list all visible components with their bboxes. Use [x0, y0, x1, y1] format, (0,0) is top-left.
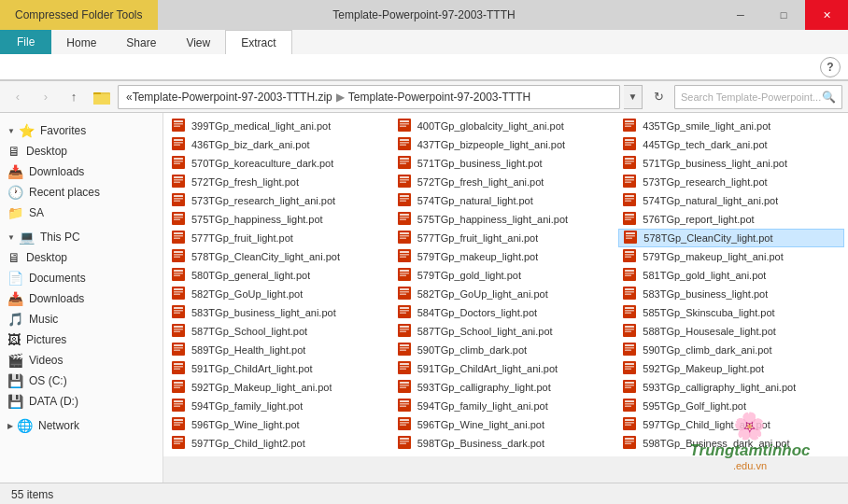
file-item[interactable]: 574TGp_natural_light_ani.pot	[618, 191, 844, 210]
svg-rect-41	[174, 179, 183, 181]
file-item[interactable]: 570TGp_koreaculture_dark.pot	[167, 154, 393, 173]
file-item[interactable]: 437TGp_bizpeople_light_ani.pot	[393, 135, 619, 154]
file-item[interactable]: 399TGp_medical_light_ani.pot	[167, 117, 393, 135]
sidebar-item-pictures[interactable]: 🖼 Pictures	[0, 329, 163, 350]
sidebar-item-music[interactable]: 🎵 Music	[0, 309, 163, 329]
file-item[interactable]: 582TGp_GoUp_light.pot	[167, 285, 393, 303]
sidebar-item-downloads[interactable]: 📥 Downloads	[0, 288, 163, 309]
sidebar-item-sa[interactable]: 📁 SA	[0, 203, 163, 223]
file-item[interactable]: 593TGp_calligraphy_light.pot	[393, 378, 619, 397]
tab-extract[interactable]: Extract	[225, 30, 291, 54]
file-item[interactable]: 584TGp_Doctors_light.pot	[393, 303, 619, 322]
file-name: 591TGp_ChildArt_light.pot	[191, 363, 313, 374]
file-item[interactable]: 578TGp_CleanCity_light_ani.pot	[167, 247, 393, 266]
this-pc-header[interactable]: ▼ 💻 This PC	[0, 227, 163, 247]
file-item[interactable]: 598TGp_Business_dark.pot	[393, 434, 619, 453]
file-item[interactable]: 574TGp_natural_light.pot	[393, 191, 619, 210]
svg-rect-52	[174, 195, 183, 197]
file-item[interactable]: 587TGp_School_light_ani.pot	[393, 322, 619, 341]
svg-rect-121	[625, 291, 634, 293]
svg-rect-69	[400, 217, 409, 218]
sidebar-item-desktop-fav[interactable]: 🖥 Desktop	[0, 141, 163, 161]
file-item[interactable]: 577TGp_fruit_light.pot	[167, 229, 393, 247]
file-item[interactable]: 573TGp_research_light.pot	[618, 173, 844, 191]
file-item[interactable]: 578TGp_CleanCity_light.pot	[618, 229, 844, 247]
file-item[interactable]: 596TGp_Wine_light_ani.pot	[393, 415, 619, 434]
file-item[interactable]: 572TGp_fresh_light.pot	[167, 173, 393, 191]
file-item[interactable]: 583TGp_business_light_ani.pot	[167, 303, 393, 322]
minimize-button[interactable]: ─	[719, 0, 762, 30]
file-name: 575TGp_happiness_light_ani.pot	[417, 214, 568, 225]
up-button[interactable]: ↑	[62, 85, 86, 109]
file-item[interactable]: 594TGp_family_light.pot	[167, 397, 393, 415]
file-item[interactable]: 592TGp_Makeup_light_ani.pot	[167, 378, 393, 397]
file-item[interactable]: 594TGp_family_light_ani.pot	[393, 397, 619, 415]
file-item[interactable]: 579TGp_gold_light.pot	[393, 266, 619, 285]
file-item[interactable]: 598TGp_Business_dark_ani.pot	[618, 434, 844, 453]
file-item[interactable]: 588TGp_Housesale_light.pot	[618, 322, 844, 341]
sidebar-item-downloads-fav[interactable]: 📥 Downloads	[0, 161, 163, 182]
file-item[interactable]: 587TGp_School_light.pot	[167, 322, 393, 341]
tab-file[interactable]: File	[0, 30, 51, 54]
file-item[interactable]: 572TGp_fresh_light_ani.pot	[393, 173, 619, 191]
file-item[interactable]: 590TGp_climb_dark.pot	[393, 341, 619, 359]
favorites-header[interactable]: ▼ ⭐ Favorites	[0, 120, 163, 141]
svg-rect-82	[400, 238, 406, 240]
svg-rect-138	[174, 331, 180, 333]
back-button[interactable]: ‹	[6, 85, 30, 109]
address-dropdown[interactable]: ▼	[624, 85, 643, 109]
file-item[interactable]: 595TGp_Golf_light.pot	[618, 397, 844, 415]
close-button[interactable]: ✕	[805, 0, 848, 30]
file-item[interactable]: 579TGp_makeup_light_ani.pot	[618, 247, 844, 266]
file-item[interactable]: 591TGp_ChildArt_light.pot	[167, 359, 393, 378]
search-box[interactable]: Search Template-Powerpoint... 🔍	[674, 85, 842, 109]
this-pc-triangle: ▼	[7, 233, 15, 242]
file-item[interactable]: 597TGp_Child_light2.pot	[167, 434, 393, 453]
file-item[interactable]: 593TGp_calligraphy_light_ani.pot	[618, 378, 844, 397]
file-item[interactable]: 576TGp_report_light.pot	[618, 210, 844, 229]
file-item[interactable]: 583TGp_business_light.pot	[618, 285, 844, 303]
file-item[interactable]: 575TGp_happiness_light_ani.pot	[393, 210, 619, 229]
file-item[interactable]: 573TGp_research_light_ani.pot	[167, 191, 393, 210]
file-name: 573TGp_research_light_ani.pot	[191, 195, 335, 206]
sidebar-item-c-drive[interactable]: 💾 OS (C:)	[0, 371, 163, 391]
svg-rect-81	[400, 235, 409, 237]
network-header[interactable]: ▶ 🌐 Network	[0, 415, 163, 436]
help-button[interactable]: ?	[820, 57, 841, 77]
file-item[interactable]: 435TGp_smile_light_ani.pot	[618, 117, 844, 135]
svg-rect-170	[625, 369, 631, 371]
sidebar-item-d-drive[interactable]: 💾 DATA (D:)	[0, 391, 163, 412]
file-item[interactable]: 579TGp_makeup_light.pot	[393, 247, 619, 266]
file-item[interactable]: 592TGp_Makeup_light.pot	[618, 359, 844, 378]
file-item[interactable]: 591TGp_ChildArt_light_ani.pot	[393, 359, 619, 378]
svg-rect-110	[625, 275, 631, 277]
tab-share[interactable]: Share	[111, 32, 171, 54]
file-item[interactable]: 590TGp_climb_dark_ani.pot	[618, 341, 844, 359]
forward-button[interactable]: ›	[34, 85, 58, 109]
file-item[interactable]: 596TGp_Wine_light.pot	[167, 415, 393, 434]
refresh-button[interactable]: ↻	[646, 85, 671, 109]
sidebar-item-documents[interactable]: 📄 Documents	[0, 268, 163, 288]
svg-rect-92	[400, 251, 409, 253]
file-item[interactable]: 400TGp_globalcity_light_ani.pot	[393, 117, 619, 135]
file-item[interactable]: 585TGp_Skinscuba_light.pot	[618, 303, 844, 322]
file-item[interactable]: 577TGp_fruit_light_ani.pot	[393, 229, 619, 247]
file-item[interactable]: 445TGp_tech_dark_ani.pot	[618, 135, 844, 154]
sidebar-item-videos[interactable]: 🎬 Videos	[0, 350, 163, 371]
file-item[interactable]: 581TGp_gold_light_ani.pot	[618, 266, 844, 285]
file-item[interactable]: 571TGp_business_light.pot	[393, 154, 619, 173]
tab-home[interactable]: Home	[51, 32, 111, 54]
file-item[interactable]: 575TGp_happiness_light.pot	[167, 210, 393, 229]
file-item[interactable]: 582TGp_GoUp_light_ani.pot	[393, 285, 619, 303]
file-item[interactable]: 597TGp_Child_light_ani.pot	[618, 415, 844, 434]
sidebar-item-recent[interactable]: 🕐 Recent places	[0, 182, 163, 203]
file-item[interactable]: 580TGp_general_light.pot	[167, 266, 393, 285]
maximize-button[interactable]: □	[762, 0, 805, 30]
tab-view[interactable]: View	[171, 32, 225, 54]
file-item[interactable]: 436TGp_biz_dark_ani.pot	[167, 135, 393, 154]
file-item[interactable]: 571TGp_business_light_ani.pot	[618, 154, 844, 173]
file-item[interactable]: 589TGp_Health_light.pot	[167, 341, 393, 359]
svg-rect-44	[400, 176, 409, 178]
sidebar-item-desktop-pc[interactable]: 🖥 Desktop	[0, 247, 163, 268]
address-path[interactable]: « Template-Powerpoint-97-2003-TTTH.zip ▶…	[118, 85, 620, 109]
